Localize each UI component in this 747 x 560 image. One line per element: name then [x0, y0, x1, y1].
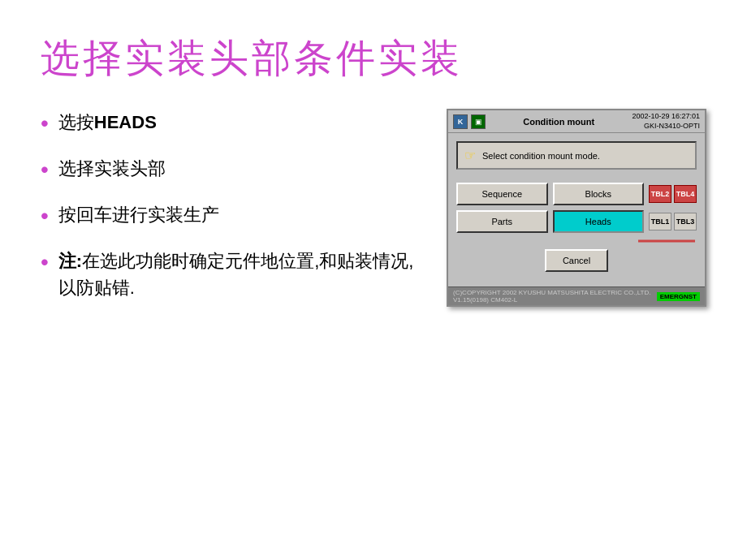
tbl4-box: TBL4 — [674, 185, 697, 203]
cancel-button[interactable]: Cancel — [545, 249, 608, 272]
cancel-row: Cancel — [456, 249, 697, 272]
ui-statusbar: (C)COPYRIGHT 2002 KYUSHU MATSUSHITA ELEC… — [448, 286, 705, 305]
tbl-connector-arrow — [638, 238, 695, 244]
tbl-panel-bottom: TBL1 TBL3 — [649, 213, 697, 230]
app-icon: K — [453, 114, 468, 129]
heads-label: HEADS — [94, 112, 157, 132]
list-item: • 注:在选此功能时确定元件地位置,和贴装情况,以防贴错. — [41, 248, 422, 301]
datetime-line1: 2002-10-29 16:27:01 — [632, 112, 700, 122]
app-icon2: ▣ — [471, 114, 486, 129]
file-label: GKI-N3410-OPTI — [632, 122, 700, 131]
slide: 选择实装头部条件实装 • 选按HEADS • 选择实装头部 • 按回车进行实装生… — [0, 0, 747, 560]
ui-body: ☞ Select condition mount mode. Sequence … — [448, 133, 705, 286]
list-item: • 选按HEADS — [41, 109, 422, 140]
window-datetime: 2002-10-29 16:27:01 GKI-N3410-OPTI — [632, 112, 700, 131]
copyright-text: (C)COPYRIGHT 2002 KYUSHU MATSUSHITA ELEC… — [453, 289, 657, 304]
titlebar-left: K ▣ — [453, 114, 486, 129]
tbl-row-top: TBL2 TBL4 — [649, 185, 697, 203]
tbl-panel-top: TBL2 TBL4 — [649, 185, 697, 203]
instruction-text: Select condition mount mode. — [482, 151, 600, 161]
heads-button[interactable]: Heads — [553, 210, 645, 233]
bullet-text-4: 注:在选此功能时确定元件地位置,和贴装情况,以防贴错. — [58, 248, 422, 301]
note-label: 注: — [58, 251, 82, 271]
tbl3-box: TBL3 — [674, 213, 697, 230]
slide-title: 选择实装头部条件实装 — [41, 32, 706, 84]
tbl-row-bottom: TBL1 TBL3 — [649, 213, 697, 230]
parts-button[interactable]: Parts — [456, 210, 548, 233]
bullet-text-3: 按回车进行实装生产 — [58, 201, 219, 228]
bullet-text-1: 选按HEADS — [58, 109, 157, 136]
tbl2-box: TBL2 — [649, 185, 671, 203]
bullet-icon: • — [41, 106, 49, 140]
ui-window: K ▣ Condition mount 2002-10-29 16:27:01 … — [447, 109, 706, 307]
window-title: Condition mount — [486, 117, 632, 127]
status-indicator: EMERGNST — [657, 292, 700, 301]
bullet-icon: • — [41, 199, 49, 233]
content-area: • 选按HEADS • 选择实装头部 • 按回车进行实装生产 • 注:在选此功能… — [41, 109, 706, 316]
bullet-list: • 选按HEADS • 选择实装头部 • 按回车进行实装生产 • 注:在选此功能… — [41, 109, 422, 316]
sequence-button[interactable]: Sequence — [456, 183, 548, 205]
list-item: • 按回车进行实装生产 — [41, 201, 422, 233]
list-item: • 选择实装头部 — [41, 155, 422, 187]
bullet-icon: • — [41, 245, 49, 279]
ui-titlebar: K ▣ Condition mount 2002-10-29 16:27:01 … — [448, 110, 705, 133]
hand-icon: ☞ — [464, 148, 476, 163]
bullet-text-2: 选择实装头部 — [58, 155, 166, 182]
instruction-bar: ☞ Select condition mount mode. — [456, 141, 697, 170]
bullet-icon: • — [41, 153, 49, 187]
blocks-button[interactable]: Blocks — [553, 183, 645, 205]
tbl1-box: TBL1 — [649, 213, 671, 230]
